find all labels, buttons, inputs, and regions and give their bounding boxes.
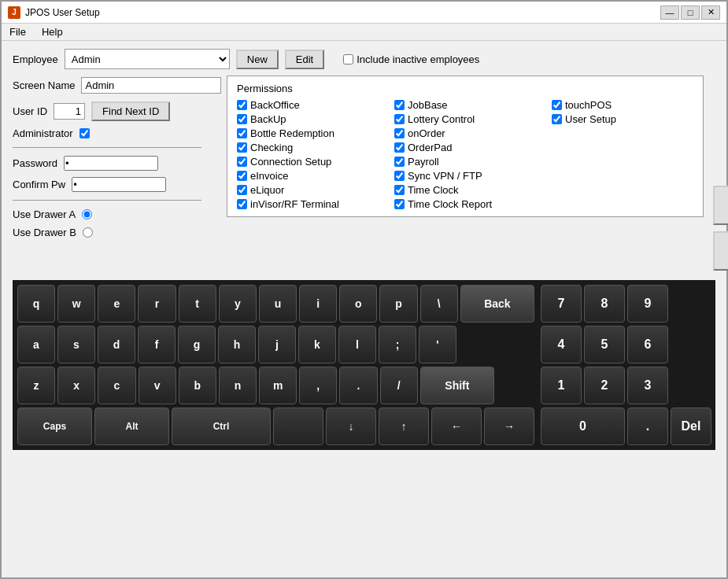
include-inactive-checkbox[interactable] — [343, 54, 353, 65]
key-3[interactable]: 3 — [627, 367, 668, 404]
key-z[interactable]: z — [17, 367, 55, 404]
key-g[interactable]: g — [178, 326, 216, 363]
new-button[interactable]: New — [236, 50, 279, 69]
key-y[interactable]: y — [219, 285, 257, 323]
key-semicolon[interactable]: ; — [379, 326, 416, 363]
key-slash[interactable]: / — [380, 367, 418, 404]
perm-syncvpn-checkbox[interactable] — [394, 171, 405, 181]
key-2[interactable]: 2 — [584, 367, 625, 404]
perm-checking-checkbox[interactable] — [237, 142, 247, 153]
perm-jobbase-checkbox[interactable] — [394, 100, 405, 110]
perm-timeclock-checkbox[interactable] — [394, 185, 405, 195]
user-id-input[interactable] — [54, 103, 85, 120]
confirm-pw-input[interactable] — [72, 177, 166, 192]
key-1[interactable]: 1 — [541, 367, 582, 404]
perm-eliquor-checkbox[interactable] — [237, 185, 247, 195]
key-m[interactable]: m — [259, 367, 297, 404]
perm-empty2 — [552, 142, 693, 153]
screen-name-label: Screen Name — [13, 79, 75, 91]
close-button[interactable]: ✕ — [701, 6, 720, 20]
key-r[interactable]: r — [138, 285, 176, 323]
exit-button[interactable]: Exit — [713, 231, 728, 271]
save-button[interactable]: Save — [713, 186, 728, 225]
password-input[interactable] — [64, 156, 158, 171]
key-x[interactable]: x — [57, 367, 95, 404]
drawer-b-radio[interactable] — [83, 227, 93, 238]
key-space[interactable] — [273, 408, 323, 445]
key-h[interactable]: h — [218, 326, 256, 363]
key-t[interactable]: t — [179, 285, 216, 323]
divider-2 — [13, 200, 201, 201]
perm-timeclock-report-checkbox[interactable] — [394, 199, 405, 209]
administrator-checkbox[interactable] — [79, 128, 90, 138]
perm-usersetup-checkbox[interactable] — [552, 114, 562, 124]
key-0[interactable]: 0 — [541, 408, 625, 445]
key-l[interactable]: l — [338, 326, 376, 363]
key-7[interactable]: 7 — [541, 285, 582, 323]
key-a[interactable]: a — [17, 326, 55, 363]
find-next-id-button[interactable]: Find Next ID — [91, 101, 170, 121]
menu-file[interactable]: File — [5, 25, 31, 39]
perm-einvoice-checkbox[interactable] — [237, 171, 247, 181]
key-shift[interactable]: Shift — [420, 367, 494, 404]
key-u[interactable]: u — [259, 285, 297, 323]
key-c[interactable]: c — [98, 367, 135, 404]
key-caps[interactable]: Caps — [17, 408, 92, 445]
perm-backoffice-checkbox[interactable] — [237, 100, 247, 110]
key-p[interactable]: p — [379, 285, 417, 323]
key-o[interactable]: o — [339, 285, 377, 323]
key-b[interactable]: b — [179, 367, 216, 404]
minimize-button[interactable]: — — [660, 6, 679, 20]
perm-backup-checkbox[interactable] — [237, 114, 247, 124]
key-e[interactable]: e — [98, 285, 135, 323]
key-v[interactable]: v — [139, 367, 176, 404]
key-alt[interactable]: Alt — [94, 408, 169, 445]
key-9[interactable]: 9 — [627, 285, 668, 323]
key-f[interactable]: f — [138, 326, 176, 363]
key-ctrl[interactable]: Ctrl — [172, 408, 271, 445]
key-s[interactable]: s — [57, 326, 95, 363]
key-back[interactable]: Back — [460, 285, 534, 323]
perm-connection-label: Connection Setup — [250, 156, 331, 168]
key-del[interactable]: Del — [671, 408, 711, 445]
perm-invisor-checkbox[interactable] — [237, 199, 247, 209]
key-4[interactable]: 4 — [541, 326, 582, 363]
key-6[interactable]: 6 — [627, 326, 668, 363]
key-w[interactable]: w — [57, 285, 95, 323]
key-down[interactable]: ↓ — [326, 408, 376, 445]
key-j[interactable]: j — [258, 326, 296, 363]
key-i[interactable]: i — [299, 285, 337, 323]
key-k[interactable]: k — [298, 326, 336, 363]
perm-onorder-checkbox[interactable] — [394, 128, 405, 138]
key-5[interactable]: 5 — [584, 326, 625, 363]
action-buttons: Save Exit — [713, 186, 728, 271]
perm-touchpos-checkbox[interactable] — [552, 100, 562, 110]
key-numpad-dot[interactable]: . — [627, 408, 668, 445]
screen-name-input[interactable] — [81, 77, 221, 94]
key-n[interactable]: n — [219, 367, 257, 404]
edit-button[interactable]: Edit — [285, 50, 324, 69]
key-8[interactable]: 8 — [584, 285, 625, 323]
password-label: Password — [13, 157, 57, 169]
drawer-a-radio[interactable] — [82, 209, 92, 219]
employee-select[interactable]: Admin — [65, 49, 230, 69]
key-up[interactable]: ↑ — [379, 408, 429, 445]
maximize-button[interactable]: □ — [681, 6, 700, 20]
key-period[interactable]: . — [339, 367, 377, 404]
key-left[interactable]: ← — [431, 408, 482, 445]
perm-usersetup: User Setup — [552, 113, 693, 125]
main-area: Screen Name Remove User ID Find Next ID … — [13, 76, 715, 271]
title-controls: — □ ✕ — [660, 6, 720, 20]
perm-payroll-checkbox[interactable] — [394, 157, 405, 167]
key-comma[interactable]: , — [299, 367, 337, 404]
perm-lottery-checkbox[interactable] — [394, 114, 405, 124]
key-q[interactable]: q — [17, 285, 55, 323]
perm-bottle-checkbox[interactable] — [237, 128, 247, 138]
key-d[interactable]: d — [98, 326, 135, 363]
perm-orderpad-checkbox[interactable] — [394, 142, 405, 153]
key-backslash[interactable]: \ — [420, 285, 458, 323]
key-right[interactable]: → — [484, 408, 534, 445]
perm-connection-checkbox[interactable] — [237, 157, 247, 167]
key-quote[interactable]: ' — [419, 326, 456, 363]
menu-help[interactable]: Help — [37, 25, 68, 39]
